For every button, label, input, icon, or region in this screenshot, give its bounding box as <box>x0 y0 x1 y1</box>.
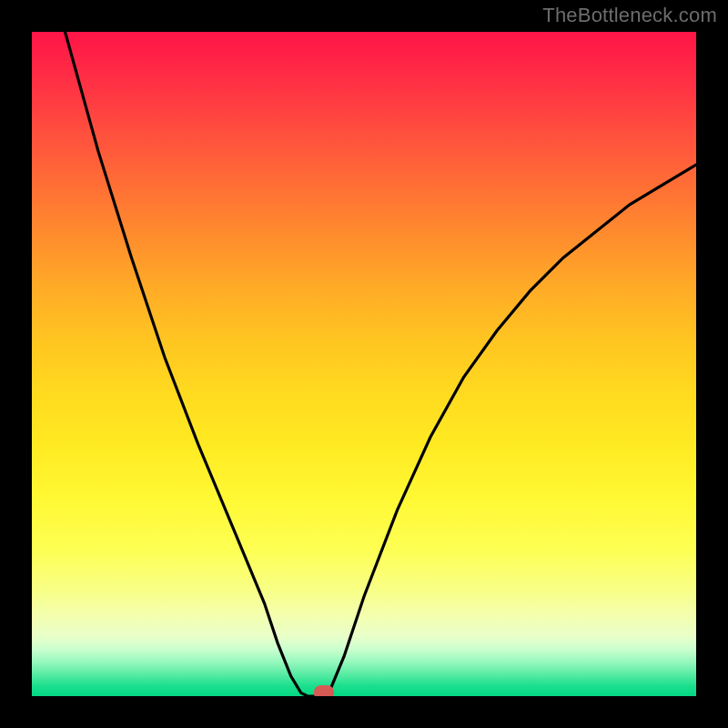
chart-frame: TheBottleneck.com <box>0 0 728 728</box>
optimal-point-marker <box>314 685 334 696</box>
watermark-text: TheBottleneck.com <box>542 4 717 27</box>
curve-layer <box>32 32 696 696</box>
plot-area <box>32 32 696 696</box>
bottleneck-curve <box>66 32 697 696</box>
